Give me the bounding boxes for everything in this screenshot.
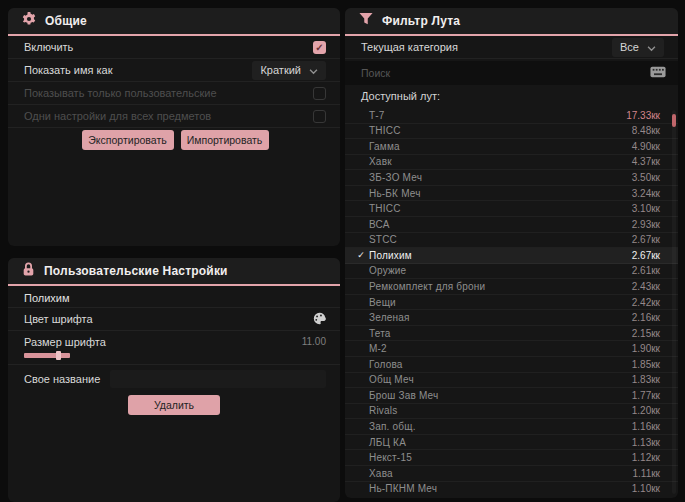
list-item[interactable]: Некст-151.12кк <box>345 450 678 466</box>
delete-button[interactable]: Удалить <box>128 395 220 415</box>
list-item[interactable]: Голова1.85кк <box>345 357 678 373</box>
item-name: Оружие <box>369 265 632 276</box>
show-name-row: Показать имя как Краткий <box>8 59 340 82</box>
list-item[interactable]: THICC3.10кк <box>345 201 678 217</box>
item-value: 17.33кк <box>626 110 660 121</box>
list-item[interactable]: ЗБ-ЗО Меч3.50кк <box>345 170 678 186</box>
custom-name-input[interactable] <box>110 370 326 388</box>
list-item[interactable]: М-21.90кк <box>345 341 678 357</box>
item-value: 2.61кк <box>632 265 660 276</box>
item-value: 1.11кк <box>633 468 660 479</box>
show-name-label: Показать имя как <box>24 64 252 76</box>
export-import-row: Экспортировать Импортировать <box>8 128 340 151</box>
item-name: Некст-15 <box>369 452 632 463</box>
category-dropdown[interactable]: Все <box>612 38 664 57</box>
font-color-label: Цвет шрифта <box>24 313 313 325</box>
search-input[interactable]: Поиск <box>361 67 650 79</box>
item-value: 2.67кк <box>632 250 660 261</box>
available-loot-label: Доступный лут: <box>345 87 678 105</box>
enable-checkbox[interactable]: ✓ <box>313 41 326 54</box>
list-item[interactable]: Нь-БК Меч3.24кк <box>345 186 678 202</box>
list-item[interactable]: Хава1.11кк <box>345 466 678 482</box>
item-value: 2.42кк <box>632 297 660 308</box>
item-name: STCC <box>369 234 632 245</box>
list-item[interactable]: Rivals1.20кк <box>345 404 678 420</box>
general-panel-header: Общие <box>8 8 340 36</box>
custom-name-row: Свое название <box>8 365 340 393</box>
keyboard-icon[interactable] <box>650 66 666 80</box>
item-value: 2.15кк <box>632 328 660 339</box>
custom-name-label: Свое название <box>24 373 100 385</box>
list-item[interactable]: Оружие2.61кк <box>345 264 678 280</box>
list-item[interactable]: Брош Зав Меч1.77кк <box>345 388 678 404</box>
font-size-value: 11.00 <box>302 336 326 348</box>
selected-item-name: Полихим <box>8 286 340 308</box>
item-value: 3.10кк <box>632 203 660 214</box>
item-value: 1.77кк <box>632 390 660 401</box>
item-value: 8.48кк <box>632 125 660 136</box>
item-value: 2.43кк <box>632 281 660 292</box>
show-name-dropdown-value: Краткий <box>260 64 301 76</box>
general-panel: Общие Включить ✓ Показать имя как Кратки… <box>8 8 340 246</box>
font-size-slider[interactable] <box>24 353 70 358</box>
item-name: Вещи <box>369 297 632 308</box>
scrollbar-track[interactable] <box>672 110 676 494</box>
only-custom-checkbox[interactable] <box>313 87 326 100</box>
enable-label: Включить <box>24 41 313 53</box>
loot-filter-panel: Фильтр Лута Текущая категория Все Поиск … <box>345 8 678 498</box>
item-value: 1.12кк <box>632 452 660 463</box>
loot-filter-panel-title: Фильтр Лута <box>382 14 460 28</box>
user-settings-panel: Пользовательские Настройки Полихим Цвет … <box>8 258 340 502</box>
item-name: ВСА <box>369 219 632 230</box>
only-custom-label: Показывать только пользовательские <box>24 87 313 99</box>
item-name: Т-7 <box>369 110 626 121</box>
list-item[interactable]: Тета2.15кк <box>345 326 678 342</box>
export-button[interactable]: Экспортировать <box>82 130 174 150</box>
list-item[interactable]: Зап. общ.1.16кк <box>345 419 678 435</box>
list-item[interactable]: STCC2.67кк <box>345 233 678 249</box>
list-item[interactable]: Хавк4.37кк <box>345 155 678 171</box>
search-bar[interactable]: Поиск <box>345 61 678 85</box>
list-item[interactable]: ✓Полихим2.67кк <box>345 248 678 264</box>
list-item[interactable]: ЛБЦ КА1.13кк <box>345 435 678 451</box>
category-label: Текущая категория <box>361 41 612 53</box>
item-value: 4.90кк <box>632 141 660 152</box>
item-value: 1.83кк <box>632 374 660 385</box>
show-name-dropdown[interactable]: Краткий <box>252 61 326 80</box>
list-item[interactable]: Общ Меч1.83кк <box>345 373 678 389</box>
same-settings-label: Одни настройки для всех предметов <box>24 110 313 122</box>
item-value: 2.93кк <box>632 219 660 230</box>
gear-icon <box>22 12 36 30</box>
item-name: Голова <box>369 359 632 370</box>
list-item[interactable]: Ремкомплект для брони2.43кк <box>345 279 678 295</box>
list-item[interactable]: Нь-ПКНМ Меч1.10кк <box>345 482 678 497</box>
user-settings-panel-header: Пользовательские Настройки <box>8 258 340 286</box>
import-button[interactable]: Импортировать <box>181 130 269 150</box>
user-settings-panel-title: Пользовательские Настройки <box>44 264 228 278</box>
funnel-icon <box>359 12 373 30</box>
item-name: Хавк <box>369 156 632 167</box>
item-name: Rivals <box>369 405 632 416</box>
scrollbar-thumb[interactable] <box>672 114 676 127</box>
list-item[interactable]: Вещи2.42кк <box>345 295 678 311</box>
item-value: 2.16кк <box>632 312 660 323</box>
check-icon: ✓ <box>353 250 369 260</box>
same-settings-checkbox[interactable] <box>313 110 326 123</box>
category-dropdown-value: Все <box>620 41 639 53</box>
item-value: 4.37кк <box>632 156 660 167</box>
list-item[interactable]: Гамма4.90кк <box>345 139 678 155</box>
palette-icon[interactable] <box>313 312 326 327</box>
list-item[interactable]: Т-717.33кк <box>345 108 678 124</box>
item-name: М-2 <box>369 343 632 354</box>
item-value: 3.24кк <box>632 188 660 199</box>
list-item[interactable]: Зеленая2.16кк <box>345 310 678 326</box>
item-name: Зап. общ. <box>369 421 632 432</box>
item-name: Общ Меч <box>369 374 632 385</box>
font-size-row: Размер шрифта 11.00 <box>8 331 340 365</box>
list-item[interactable]: THICC8.48кк <box>345 124 678 140</box>
item-name: Брош Зав Меч <box>369 390 632 401</box>
item-name: THICC <box>369 203 632 214</box>
font-size-label: Размер шрифта <box>24 336 302 348</box>
list-item[interactable]: ВСА2.93кк <box>345 217 678 233</box>
font-size-slider-handle[interactable] <box>56 351 61 360</box>
